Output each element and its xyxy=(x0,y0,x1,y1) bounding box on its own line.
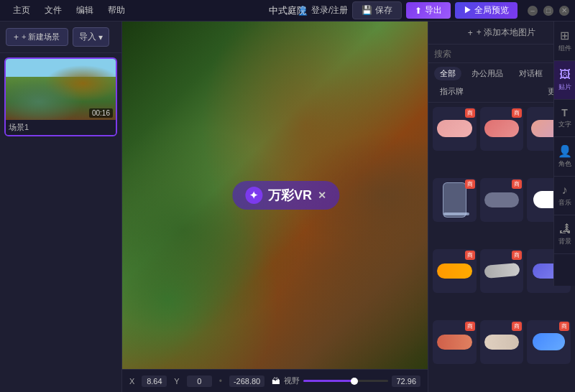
y-label: Y xyxy=(174,377,179,386)
new-scene-button[interactable]: + + 新建场景 xyxy=(6,28,68,46)
scene-item[interactable]: 00:16 场景1 xyxy=(4,57,117,136)
menu-home[interactable]: 主页 xyxy=(6,1,37,19)
watermark-icon: ✦ xyxy=(245,187,262,204)
window-controls: – □ ✕ xyxy=(528,6,569,16)
fov-bar: 🏔 视野 72.96 xyxy=(272,375,420,387)
sticker-badge: 商 xyxy=(512,251,522,260)
sticker-badge: 商 xyxy=(465,322,475,331)
sticker-item[interactable]: 商 xyxy=(433,249,477,293)
search-input[interactable] xyxy=(434,49,554,59)
menu-help[interactable]: 帮助 xyxy=(101,1,132,19)
tab-background[interactable]: 🏞 背景 xyxy=(554,215,575,254)
filter-dialog[interactable]: 对话框 xyxy=(513,67,548,80)
save-button[interactable]: 💾 保存 xyxy=(352,1,401,19)
y-value[interactable]: 0 xyxy=(187,375,212,387)
sticker-badge: 商 xyxy=(465,108,475,118)
menu-edit[interactable]: 编辑 xyxy=(69,1,101,19)
background-icon: 🏞 xyxy=(559,223,571,235)
menu-file[interactable]: 文件 xyxy=(37,1,69,19)
x-value[interactable]: 8.64 xyxy=(142,375,167,387)
sticker-badge: 商 xyxy=(559,322,569,331)
sticker-icon: 🖼 xyxy=(559,68,571,81)
left-panel: + + 新建场景 导入 ▾ 00:16 场景1 xyxy=(0,22,122,392)
transform-bar: X 8.64 Y 0 • -268.80 🏔 视野 72.96 xyxy=(122,369,428,392)
right-sidebar-tabs: ⊞ 组件 🖼 贴片 T 文字 👤 角色 ♪ 音乐 🏞 背景 xyxy=(553,22,575,286)
sticker-item[interactable]: 商 xyxy=(433,320,477,364)
music-icon: ♪ xyxy=(562,184,568,197)
tab-text[interactable]: T 文字 xyxy=(554,100,575,137)
tab-character[interactable]: 👤 角色 xyxy=(554,137,575,177)
sticker-item[interactable]: 商 xyxy=(480,320,524,364)
tab-component[interactable]: ⊞ 组件 xyxy=(554,22,575,61)
watermark-text: 万彩VR xyxy=(268,187,312,204)
filter-office[interactable]: 办公用品 xyxy=(466,67,509,80)
separator: • xyxy=(219,376,222,386)
fov-value[interactable]: 72.96 xyxy=(392,375,420,387)
preview-area[interactable]: ✦ 万彩VR ✕ xyxy=(122,22,428,369)
scene-thumbnail: 00:16 xyxy=(6,59,116,120)
fov-icon: 🏔 xyxy=(272,376,280,386)
sticker-item[interactable]: 商 xyxy=(433,107,477,151)
watermark-overlay: ✦ 万彩VR ✕ xyxy=(232,181,339,210)
menubar-right: 👤 登录/注册 💾 保存 ⬆ 导出 ▶ 全局预览 – □ ✕ xyxy=(298,1,569,19)
app-title: 中式庭院 xyxy=(269,4,306,17)
maximize-button[interactable]: □ xyxy=(543,6,553,16)
scene-list: 00:16 场景1 xyxy=(0,53,121,392)
sticker-item[interactable]: 商 xyxy=(527,320,571,364)
menubar: 主页 文件 编辑 帮助 中式庭院 👤 登录/注册 💾 保存 ⬆ 导出 ▶ 全局预… xyxy=(0,0,575,22)
sticker-badge: 商 xyxy=(512,322,522,331)
left-toolbar: + + 新建场景 导入 ▾ xyxy=(0,22,121,53)
minimize-button[interactable]: – xyxy=(528,6,538,16)
save-icon: 💾 xyxy=(362,5,372,15)
sticker-badge: 商 xyxy=(465,251,475,260)
export-icon: ⬆ xyxy=(415,6,422,16)
center-panel: ✦ 万彩VR ✕ X 8.64 Y 0 • -268.80 🏔 视野 72.96 xyxy=(122,22,428,392)
sticker-item[interactable]: 商 xyxy=(480,107,524,151)
chevron-down-icon: ▾ xyxy=(98,32,103,42)
tab-music[interactable]: ♪ 音乐 xyxy=(554,177,575,215)
filter-sign[interactable]: 指示牌 xyxy=(434,85,469,98)
x-label: X xyxy=(129,377,134,386)
tab-sticker[interactable]: 🖼 贴片 xyxy=(554,61,575,100)
export-button[interactable]: ⬆ 导出 xyxy=(406,2,451,19)
plus-icon: + xyxy=(468,28,473,38)
watermark-close-button[interactable]: ✕ xyxy=(318,190,326,201)
close-button[interactable]: ✕ xyxy=(559,6,569,16)
sticker-badge: 商 xyxy=(512,179,522,189)
filter-all[interactable]: 全部 xyxy=(434,67,461,80)
character-icon: 👤 xyxy=(558,144,572,158)
fov-label: 视野 xyxy=(284,375,300,386)
sticker-item[interactable]: 商 xyxy=(480,249,524,293)
fov-slider[interactable] xyxy=(303,380,388,382)
import-button[interactable]: 导入 ▾ xyxy=(73,27,109,47)
plus-icon: + xyxy=(14,32,19,42)
sticker-badge: 商 xyxy=(512,108,522,118)
scene-duration: 00:16 xyxy=(89,108,113,118)
text-icon: T xyxy=(561,107,568,118)
sticker-item[interactable]: 商 xyxy=(433,178,477,222)
sticker-badge: 商 xyxy=(465,179,475,189)
component-icon: ⊞ xyxy=(560,29,569,42)
scene-label: 场景1 xyxy=(6,120,116,135)
z-value[interactable]: -268.80 xyxy=(229,375,264,387)
preview-button[interactable]: ▶ 全局预览 xyxy=(455,2,518,19)
sticker-item[interactable]: 商 xyxy=(480,178,524,222)
fov-thumb xyxy=(351,378,358,385)
play-icon: ▶ xyxy=(464,5,472,15)
main-layout: + + 新建场景 导入 ▾ 00:16 场景1 ✦ 万彩VR xyxy=(0,22,575,392)
